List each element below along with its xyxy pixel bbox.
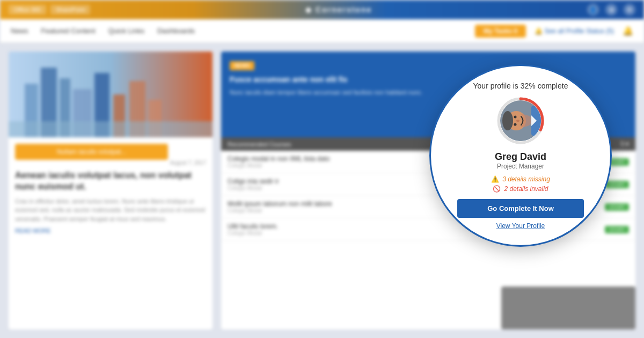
svg-point-14 (502, 111, 513, 130)
error-text: 2 details invalid (504, 185, 548, 193)
error-icon: 🚫 (493, 185, 501, 193)
avatar-face-svg (500, 100, 541, 141)
svg-point-15 (514, 123, 517, 126)
profile-completion-text: Your profile is 32% complete (473, 82, 568, 90)
svg-point-17 (516, 120, 519, 122)
go-complete-button[interactable]: Go Complete It Now (457, 199, 583, 218)
warning-icon: ⚠️ (491, 175, 499, 183)
profile-warning: ⚠️ 3 details missing (491, 175, 550, 183)
warning-text: 3 details missing (502, 175, 550, 183)
profile-name: Greg David (495, 151, 546, 163)
profile-error: 🚫 2 details invalid (493, 185, 548, 193)
profile-job-title: Project Manager (497, 163, 544, 170)
svg-point-16 (514, 116, 517, 119)
profile-popup: Your profile is 32% complete (429, 64, 612, 247)
avatar (500, 100, 541, 141)
view-profile-link[interactable]: View Your Profile (496, 222, 545, 230)
profile-circle-container: Your profile is 32% complete (429, 64, 612, 247)
avatar-ring (496, 97, 545, 145)
